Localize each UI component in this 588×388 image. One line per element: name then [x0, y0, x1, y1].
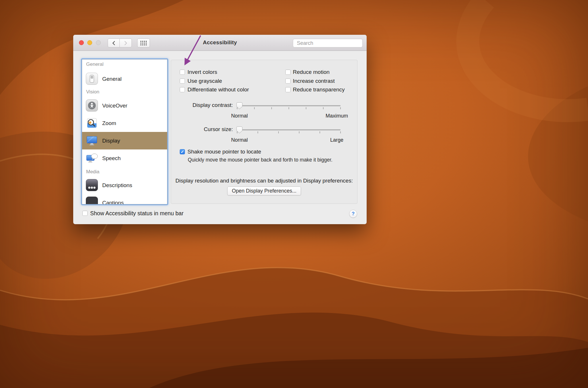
sidebar-item-label: Descriptions	[102, 182, 132, 189]
checkbox-use-grayscale[interactable]	[180, 78, 185, 84]
grid-icon	[140, 41, 147, 45]
sidebar-section-general: General	[86, 62, 103, 67]
sidebar-section-vision: Vision	[86, 89, 99, 95]
search-field[interactable]	[293, 39, 363, 47]
chevron-left-icon	[112, 41, 116, 46]
show-accessibility-status-label: Show Accessibility status in menu bar	[90, 210, 183, 217]
help-icon: ?	[352, 211, 355, 217]
minimize-button[interactable]	[87, 40, 92, 45]
checkbox-label-use-grayscale: Use grayscale	[187, 78, 222, 84]
sidebar-item-captions[interactable]: Captions	[82, 194, 167, 204]
display-contrast-slider[interactable]	[237, 105, 341, 106]
sidebar-item-general[interactable]: General	[82, 70, 167, 88]
checkbox-label-invert-colors: Invert colors	[187, 69, 217, 75]
open-display-preferences-button[interactable]: Open Display Preferences...	[227, 187, 301, 195]
sidebar-item-label: General	[102, 76, 122, 82]
checkbox-shake-mouse-pointer[interactable]	[180, 149, 185, 154]
display-pane: Invert colors Use grayscale Differentiat…	[171, 60, 357, 204]
checkbox-differentiate-without-color[interactable]	[180, 87, 185, 92]
cursor-size-ticks	[237, 131, 341, 134]
show-all-button[interactable]	[137, 39, 150, 47]
voiceover-icon	[86, 99, 98, 112]
captions-icon	[86, 196, 98, 204]
titlebar[interactable]: Accessibility	[73, 35, 367, 51]
checkbox-invert-colors[interactable]	[180, 70, 185, 75]
descriptions-icon	[86, 179, 98, 191]
sidebar: General General Vision	[82, 59, 167, 204]
sidebar-item-label: Zoom	[102, 120, 116, 126]
cursor-size-max-label: Large	[320, 137, 354, 143]
display-contrast-max-label: Maximum	[320, 113, 354, 119]
help-button[interactable]: ?	[349, 210, 357, 218]
zoom-icon	[86, 117, 98, 129]
checkbox-increase-contrast[interactable]	[285, 78, 291, 84]
zoom-window-button[interactable]	[96, 40, 101, 45]
display-contrast-label: Display contrast:	[171, 102, 233, 108]
checkbox-label-reduce-transparency: Reduce transparency	[293, 87, 345, 93]
cursor-size-thumb[interactable]	[236, 126, 243, 134]
display-contrast-thumb[interactable]	[236, 102, 243, 110]
system-preferences-window: Accessibility General	[73, 35, 367, 224]
chevron-right-icon	[124, 41, 128, 46]
display-contrast-min-label: Normal	[222, 113, 257, 119]
close-button[interactable]	[79, 40, 84, 45]
display-icon	[86, 134, 98, 147]
sidebar-item-zoom[interactable]: Zoom	[82, 114, 167, 132]
sidebar-item-label: VoiceOver	[102, 103, 127, 109]
back-button[interactable]	[108, 39, 120, 47]
sidebar-item-label: Speech	[102, 155, 121, 162]
sidebar-item-voiceover[interactable]: VoiceOver	[82, 97, 167, 114]
sidebar-item-label: Display	[102, 138, 120, 144]
checkbox-label-increase-contrast: Increase contrast	[293, 78, 335, 84]
cursor-size-label: Cursor size:	[171, 126, 233, 132]
cursor-size-min-label: Normal	[222, 137, 257, 143]
sidebar-item-descriptions[interactable]: Descriptions	[82, 176, 167, 194]
checkbox-reduce-transparency[interactable]	[285, 87, 291, 92]
desktop: Accessibility General	[0, 0, 588, 388]
sidebar-item-label: Captions	[102, 200, 124, 205]
shake-mouse-pointer-description: Quickly move the mouse pointer back and …	[188, 157, 332, 163]
nav-button-group	[108, 39, 132, 47]
speech-icon	[86, 152, 98, 164]
display-contrast-ticks	[237, 107, 341, 110]
forward-button[interactable]	[120, 39, 132, 47]
search-input[interactable]	[297, 40, 363, 46]
checkbox-show-accessibility-status[interactable]	[82, 211, 88, 216]
checkbox-label-reduce-motion: Reduce motion	[293, 69, 330, 75]
display-preferences-note: Display resolution and brightness can be…	[171, 178, 357, 184]
general-switch-icon	[86, 72, 98, 85]
window-title: Accessibility	[203, 39, 237, 46]
checkbox-label-differentiate-without-color: Differentiate without color	[187, 87, 249, 93]
sidebar-item-display[interactable]: Display	[82, 132, 167, 149]
cursor-size-slider[interactable]	[237, 129, 341, 130]
checkbox-label-shake-mouse-pointer: Shake mouse pointer to locate	[187, 149, 261, 155]
checkbox-reduce-motion[interactable]	[285, 70, 291, 75]
sidebar-item-speech[interactable]: Speech	[82, 149, 167, 167]
sidebar-section-media: Media	[86, 169, 99, 175]
